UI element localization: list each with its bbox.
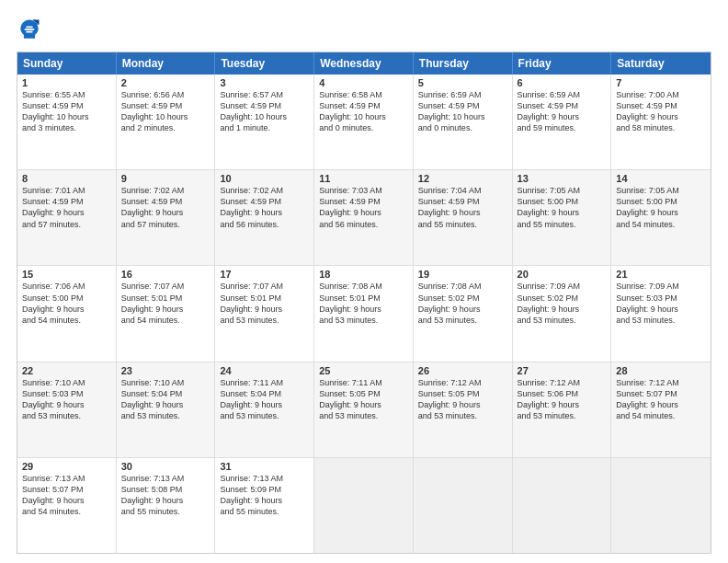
calendar-day-4: 4Sunrise: 6:58 AM Sunset: 4:59 PM Daylig…	[314, 75, 414, 169]
calendar-empty-cell	[513, 458, 612, 553]
day-info: Sunrise: 7:11 AM Sunset: 5:05 PM Dayligh…	[319, 377, 408, 422]
calendar-row-1: 1Sunrise: 6:55 AM Sunset: 4:59 PM Daylig…	[17, 75, 711, 169]
day-number: 6	[518, 77, 607, 88]
day-info: Sunrise: 7:10 AM Sunset: 5:03 PM Dayligh…	[22, 377, 111, 422]
day-number: 2	[121, 77, 210, 88]
day-info: Sunrise: 7:13 AM Sunset: 5:08 PM Dayligh…	[121, 473, 210, 518]
day-number: 18	[319, 269, 408, 280]
header	[17, 17, 711, 42]
day-number: 11	[319, 173, 408, 184]
calendar-day-16: 16Sunrise: 7:07 AM Sunset: 5:01 PM Dayli…	[117, 266, 216, 361]
day-number: 10	[220, 173, 309, 184]
day-number: 27	[518, 365, 607, 376]
day-info: Sunrise: 7:03 AM Sunset: 4:59 PM Dayligh…	[319, 185, 408, 230]
calendar-day-8: 8Sunrise: 7:01 AM Sunset: 4:59 PM Daylig…	[17, 170, 117, 265]
day-info: Sunrise: 6:56 AM Sunset: 4:59 PM Dayligh…	[121, 89, 210, 134]
calendar-day-12: 12Sunrise: 7:04 AM Sunset: 4:59 PM Dayli…	[414, 170, 513, 265]
day-number: 19	[418, 269, 507, 280]
day-info: Sunrise: 7:05 AM Sunset: 5:00 PM Dayligh…	[616, 185, 706, 230]
day-number: 3	[220, 77, 309, 88]
calendar-day-1: 1Sunrise: 6:55 AM Sunset: 4:59 PM Daylig…	[17, 75, 117, 169]
day-number: 22	[22, 365, 111, 376]
calendar-day-19: 19Sunrise: 7:08 AM Sunset: 5:02 PM Dayli…	[414, 266, 513, 361]
day-info: Sunrise: 7:02 AM Sunset: 4:59 PM Dayligh…	[220, 185, 309, 230]
calendar-row-2: 8Sunrise: 7:01 AM Sunset: 4:59 PM Daylig…	[17, 169, 711, 265]
calendar-day-25: 25Sunrise: 7:11 AM Sunset: 5:05 PM Dayli…	[314, 362, 414, 457]
day-info: Sunrise: 7:07 AM Sunset: 5:01 PM Dayligh…	[220, 281, 309, 326]
calendar-day-22: 22Sunrise: 7:10 AM Sunset: 5:03 PM Dayli…	[17, 362, 117, 457]
calendar-day-18: 18Sunrise: 7:08 AM Sunset: 5:01 PM Dayli…	[314, 266, 414, 361]
day-info: Sunrise: 7:11 AM Sunset: 5:04 PM Dayligh…	[220, 377, 309, 422]
calendar-day-17: 17Sunrise: 7:07 AM Sunset: 5:01 PM Dayli…	[215, 266, 314, 361]
calendar-day-9: 9Sunrise: 7:02 AM Sunset: 4:59 PM Daylig…	[117, 170, 216, 265]
calendar-day-15: 15Sunrise: 7:06 AM Sunset: 5:00 PM Dayli…	[17, 266, 117, 361]
day-info: Sunrise: 7:07 AM Sunset: 5:01 PM Dayligh…	[121, 281, 210, 326]
day-info: Sunrise: 6:55 AM Sunset: 4:59 PM Dayligh…	[22, 89, 111, 134]
day-info: Sunrise: 7:12 AM Sunset: 5:07 PM Dayligh…	[616, 377, 706, 422]
day-info: Sunrise: 6:59 AM Sunset: 4:59 PM Dayligh…	[418, 89, 507, 134]
day-number: 31	[220, 461, 309, 472]
day-info: Sunrise: 6:58 AM Sunset: 4:59 PM Dayligh…	[319, 89, 408, 134]
day-number: 9	[121, 173, 210, 184]
day-number: 23	[121, 365, 210, 376]
day-info: Sunrise: 7:02 AM Sunset: 4:59 PM Dayligh…	[121, 185, 210, 230]
day-number: 28	[616, 365, 706, 376]
day-number: 13	[518, 173, 607, 184]
logo	[17, 17, 48, 42]
day-number: 4	[319, 77, 408, 88]
day-info: Sunrise: 7:05 AM Sunset: 5:00 PM Dayligh…	[518, 185, 607, 230]
calendar-day-10: 10Sunrise: 7:02 AM Sunset: 4:59 PM Dayli…	[215, 170, 314, 265]
day-info: Sunrise: 6:59 AM Sunset: 4:59 PM Dayligh…	[518, 89, 607, 134]
calendar-day-2: 2Sunrise: 6:56 AM Sunset: 4:59 PM Daylig…	[117, 75, 216, 169]
calendar-row-4: 22Sunrise: 7:10 AM Sunset: 5:03 PM Dayli…	[17, 362, 711, 457]
calendar-row-3: 15Sunrise: 7:06 AM Sunset: 5:00 PM Dayli…	[17, 265, 711, 361]
day-number: 21	[616, 269, 706, 280]
day-info: Sunrise: 7:12 AM Sunset: 5:06 PM Dayligh…	[518, 377, 607, 422]
day-number: 16	[121, 269, 210, 280]
calendar-day-26: 26Sunrise: 7:12 AM Sunset: 5:05 PM Dayli…	[414, 362, 513, 457]
day-number: 26	[418, 365, 507, 376]
calendar-day-24: 24Sunrise: 7:11 AM Sunset: 5:04 PM Dayli…	[215, 362, 314, 457]
day-info: Sunrise: 7:06 AM Sunset: 5:00 PM Dayligh…	[22, 281, 111, 326]
calendar-body: 1Sunrise: 6:55 AM Sunset: 4:59 PM Daylig…	[17, 75, 711, 553]
day-number: 12	[418, 173, 507, 184]
logo-icon	[17, 17, 42, 42]
day-info: Sunrise: 6:57 AM Sunset: 4:59 PM Dayligh…	[220, 89, 309, 134]
page: SundayMondayTuesdayWednesdayThursdayFrid…	[0, 0, 728, 563]
calendar-day-27: 27Sunrise: 7:12 AM Sunset: 5:06 PM Dayli…	[513, 362, 612, 457]
calendar-day-29: 29Sunrise: 7:13 AM Sunset: 5:07 PM Dayli…	[17, 458, 117, 553]
day-info: Sunrise: 7:08 AM Sunset: 5:02 PM Dayligh…	[418, 281, 507, 326]
calendar-empty-cell	[611, 458, 711, 553]
header-day-sunday: Sunday	[17, 52, 117, 75]
day-number: 14	[616, 173, 706, 184]
day-number: 20	[518, 269, 607, 280]
day-number: 1	[22, 77, 111, 88]
day-info: Sunrise: 7:09 AM Sunset: 5:02 PM Dayligh…	[518, 281, 607, 326]
calendar-empty-cell	[414, 458, 513, 553]
calendar-day-14: 14Sunrise: 7:05 AM Sunset: 5:00 PM Dayli…	[611, 170, 711, 265]
day-number: 25	[319, 365, 408, 376]
calendar-empty-cell	[314, 458, 414, 553]
day-number: 24	[220, 365, 309, 376]
day-info: Sunrise: 7:08 AM Sunset: 5:01 PM Dayligh…	[319, 281, 408, 326]
header-day-monday: Monday	[117, 52, 216, 75]
header-day-friday: Friday	[513, 52, 612, 75]
day-info: Sunrise: 7:00 AM Sunset: 4:59 PM Dayligh…	[616, 89, 706, 134]
day-info: Sunrise: 7:10 AM Sunset: 5:04 PM Dayligh…	[121, 377, 210, 422]
header-day-thursday: Thursday	[414, 52, 513, 75]
header-day-tuesday: Tuesday	[215, 52, 314, 75]
day-info: Sunrise: 7:12 AM Sunset: 5:05 PM Dayligh…	[418, 377, 507, 422]
day-info: Sunrise: 7:01 AM Sunset: 4:59 PM Dayligh…	[22, 185, 111, 230]
day-number: 8	[22, 173, 111, 184]
calendar-day-20: 20Sunrise: 7:09 AM Sunset: 5:02 PM Dayli…	[513, 266, 612, 361]
calendar-day-28: 28Sunrise: 7:12 AM Sunset: 5:07 PM Dayli…	[611, 362, 711, 457]
day-info: Sunrise: 7:04 AM Sunset: 4:59 PM Dayligh…	[418, 185, 507, 230]
day-number: 29	[22, 461, 111, 472]
calendar-day-7: 7Sunrise: 7:00 AM Sunset: 4:59 PM Daylig…	[611, 75, 711, 169]
day-number: 17	[220, 269, 309, 280]
calendar-header: SundayMondayTuesdayWednesdayThursdayFrid…	[17, 52, 711, 75]
calendar-day-30: 30Sunrise: 7:13 AM Sunset: 5:08 PM Dayli…	[117, 458, 216, 553]
calendar-day-3: 3Sunrise: 6:57 AM Sunset: 4:59 PM Daylig…	[215, 75, 314, 169]
header-day-wednesday: Wednesday	[314, 52, 414, 75]
calendar-day-21: 21Sunrise: 7:09 AM Sunset: 5:03 PM Dayli…	[611, 266, 711, 361]
